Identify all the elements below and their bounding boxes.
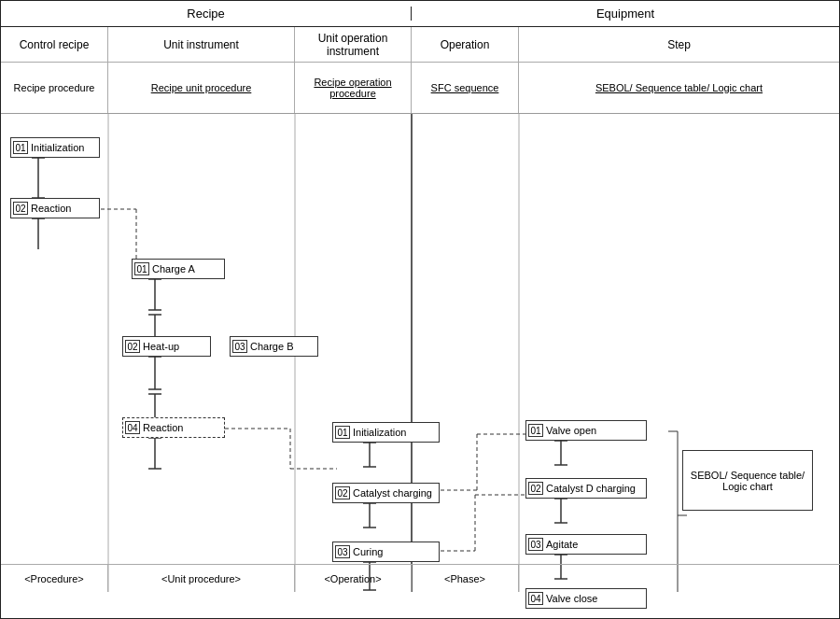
- col-labels-row: Control recipe Unit instrument Unit oper…: [1, 27, 839, 63]
- sub-recipe-procedure: Recipe procedure: [1, 63, 108, 113]
- unit-03-num: 03: [232, 340, 247, 353]
- sfc-02-catalystD-box: 02 Catalyst D charging: [525, 478, 647, 499]
- op-03-curing-box: 03 Curing: [332, 542, 440, 562]
- diagram-container: Recipe Equipment Control recipe Unit ins…: [0, 0, 840, 619]
- op-01-label: Initialization: [353, 427, 406, 438]
- header-equipment: Equipment: [412, 7, 839, 21]
- col-unit-operation-label: Unit operation instrument: [297, 32, 409, 58]
- sub-recipe-operation-procedure: Recipe operation procedure: [295, 63, 412, 113]
- op-02-label: Catalyst charging: [353, 487, 432, 499]
- bot-phase2: [519, 565, 840, 592]
- unit-01-num: 01: [134, 262, 149, 275]
- unit-01-label: Charge A: [152, 263, 195, 274]
- op-02-catalyst-box: 02 Catalyst charging: [332, 483, 440, 503]
- sfc-03-num: 03: [528, 538, 543, 551]
- sub-sebol-label: SEBOL/ Sequence table/ Logic chart: [595, 82, 763, 93]
- col-unit-instrument: Unit instrument: [108, 27, 295, 62]
- unit-04-label: Reaction: [143, 422, 183, 433]
- sfc-04-num: 04: [528, 592, 543, 605]
- col-control-recipe: Control recipe: [1, 27, 108, 62]
- sfc-01-num: 01: [528, 424, 543, 437]
- sub-labels-row: Recipe procedure Recipe unit procedure R…: [1, 63, 839, 114]
- control-01-num: 01: [13, 141, 28, 154]
- sfc-03-label: Agitate: [546, 539, 578, 550]
- sfc-02-num: 02: [528, 482, 543, 495]
- unit-03-label: Charge B: [250, 341, 293, 352]
- sub-sfc-sequence: SFC sequence: [412, 63, 519, 113]
- sfc-01-valveopen-box: 01 Valve open: [525, 420, 647, 441]
- sfc-03-agitate-box: 03 Agitate: [525, 534, 647, 555]
- control-02-label: Reaction: [31, 203, 71, 214]
- sfc-02-label: Catalyst D charging: [546, 483, 636, 494]
- sub-recipe-operation-label: Recipe operation procedure: [297, 77, 409, 99]
- unit-02-num: 02: [125, 340, 140, 353]
- sfc-04-label: Valve close: [546, 593, 597, 604]
- unit-01-chargeA-box: 01 Charge A: [132, 259, 225, 279]
- op-01-init-box: 01 Initialization: [332, 422, 440, 443]
- unit-03-chargeB-box: 03 Charge B: [230, 336, 318, 357]
- control-02-reaction-box: 02 Reaction: [10, 198, 100, 218]
- unit-04-num: 04: [125, 421, 140, 434]
- control-01-init-box: 01 Initialization: [10, 137, 100, 158]
- control-01-label: Initialization: [31, 142, 84, 153]
- sebol-box: SEBOL/ Sequence table/ Logic chart: [682, 450, 813, 511]
- header-row: Recipe Equipment: [1, 1, 839, 27]
- unit-04-reaction-box: 04 Reaction: [122, 417, 225, 438]
- unit-02-heatup-box: 02 Heat-up: [122, 336, 211, 357]
- col-step: Step: [519, 27, 839, 62]
- col-operation: Operation: [412, 27, 519, 62]
- sebol-label: SEBOL/ Sequence table/ Logic chart: [687, 470, 808, 492]
- bot-unit-procedure: <Unit procedure>: [108, 565, 295, 592]
- control-02-num: 02: [13, 202, 28, 215]
- op-01-num: 01: [335, 426, 350, 439]
- op-03-label: Curing: [353, 546, 383, 557]
- bottom-labels-row: <Procedure> <Unit procedure> <Operation>…: [1, 564, 840, 592]
- sub-sfc-label: SFC sequence: [431, 82, 499, 93]
- op-02-num: 02: [335, 486, 350, 499]
- sub-sebol-step: SEBOL/ Sequence table/ Logic chart: [519, 63, 839, 113]
- bot-phase: <Phase>: [412, 565, 519, 592]
- sfc-01-label: Valve open: [546, 425, 596, 436]
- header-recipe: Recipe: [1, 7, 412, 21]
- bot-procedure: <Procedure>: [1, 565, 108, 592]
- unit-02-label: Heat-up: [143, 341, 179, 352]
- sub-recipe-unit-procedure-label: Recipe unit procedure: [151, 82, 252, 93]
- main-area: 01 Initialization 02 Reaction 01 Charge …: [1, 114, 840, 592]
- bot-operation: <Operation>: [295, 565, 412, 592]
- sub-recipe-unit-procedure: Recipe unit procedure: [108, 63, 295, 113]
- col-unit-operation: Unit operation instrument: [295, 27, 412, 62]
- op-03-num: 03: [335, 545, 350, 558]
